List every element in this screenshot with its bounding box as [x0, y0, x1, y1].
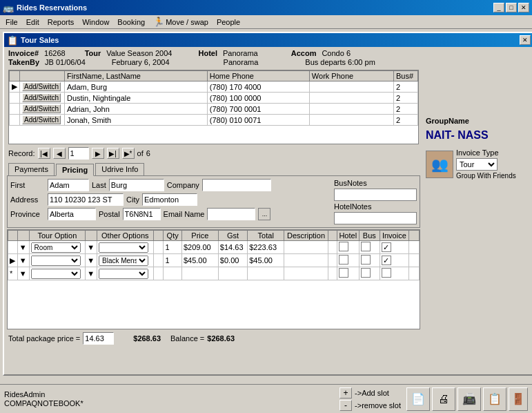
- invoice-label: Invoice#: [8, 49, 39, 57]
- address-label: Address: [10, 195, 45, 204]
- busnotes-input[interactable]: [334, 189, 417, 201]
- menu-reports[interactable]: Reports: [43, 17, 79, 28]
- table-row: Add/Switch Dustin, Nightingale (780) 100…: [10, 93, 418, 104]
- row1-hotel-check[interactable]: [339, 242, 348, 251]
- nav-prev[interactable]: ◀: [53, 148, 66, 159]
- add-switch-btn-2[interactable]: Add/Switch: [22, 93, 61, 102]
- province-input[interactable]: [48, 208, 96, 220]
- add-slot-btn[interactable]: +: [339, 387, 352, 398]
- row2-hotel-check[interactable]: [339, 255, 348, 265]
- data-table-section: FirstName, LastName Home Phone Work Phon…: [8, 70, 419, 144]
- total-row: Total package price = $268.63 Balance = …: [4, 331, 423, 346]
- row2-tour-option[interactable]: [31, 256, 81, 266]
- col-invoice: Invoice: [380, 231, 408, 241]
- hotelnotes-input[interactable]: [334, 212, 417, 224]
- email-input[interactable]: [207, 208, 255, 220]
- tab-udrive[interactable]: Udrive Info: [95, 163, 144, 175]
- row1-other-option[interactable]: [99, 242, 148, 253]
- row1-down-btn2[interactable]: ▼: [86, 241, 97, 254]
- passenger-name-1: Adam, Burg: [65, 81, 208, 93]
- maximize-button[interactable]: □: [506, 3, 517, 12]
- record-nav: Record: |◀ ◀ ▶ ▶| ▶* of 6: [4, 146, 423, 161]
- status-bar: RidesAdmin COMPAQNOTEBOOK* + ->Add slot …: [0, 384, 532, 413]
- row3-other-option[interactable]: [99, 269, 148, 279]
- toolbar-fax-btn[interactable]: 📠: [457, 387, 481, 411]
- nav-last[interactable]: ▶|: [107, 148, 119, 159]
- add-slot-label: ->Add slot: [355, 389, 389, 397]
- accom-value: Condo 6: [322, 49, 351, 57]
- tab-payments[interactable]: Payments: [8, 163, 55, 175]
- menu-people[interactable]: People: [213, 17, 244, 28]
- tabs-bar: Payments Pricing Udrive Info: [4, 161, 423, 175]
- row3-bus-check[interactable]: [361, 268, 371, 278]
- company-input[interactable]: [202, 179, 271, 191]
- row1-invoice-check[interactable]: ✓: [382, 242, 391, 252]
- row3-down-btn2[interactable]: ▼: [86, 267, 97, 280]
- toolbar-exit-btn[interactable]: 🚪: [509, 387, 528, 411]
- menu-window[interactable]: Window: [78, 17, 113, 28]
- toolbar-copy-btn[interactable]: 📋: [483, 387, 506, 411]
- row3-indicator: *: [8, 267, 18, 280]
- add-switch-btn-4[interactable]: Add/Switch: [22, 115, 61, 124]
- row1-qty: 1: [164, 241, 181, 254]
- close-button[interactable]: ✕: [518, 3, 529, 12]
- record-current[interactable]: [68, 147, 89, 160]
- nav-first[interactable]: |◀: [38, 148, 50, 159]
- passenger-home-1: (780) 170 4000: [207, 81, 309, 93]
- add-switch-btn-1[interactable]: Add/Switch: [22, 82, 61, 91]
- col-total: Total: [248, 231, 284, 241]
- invoice-type-select[interactable]: Tour: [456, 158, 497, 171]
- row-indicator: ▶: [10, 81, 20, 93]
- email-lookup-btn[interactable]: ...: [258, 208, 270, 220]
- row3-down-btn[interactable]: ▼: [17, 267, 29, 280]
- menu-move-swap[interactable]: 🏃 Move / swap: [149, 15, 213, 28]
- last-input[interactable]: [109, 179, 164, 191]
- first-input[interactable]: [48, 179, 89, 191]
- first-label: First: [10, 181, 45, 189]
- toolbar-print-btn[interactable]: 🖨: [432, 387, 455, 411]
- nav-new[interactable]: ▶*: [122, 148, 135, 159]
- status-left: RidesAdmin COMPAQNOTEBOOK*: [4, 390, 334, 407]
- nav-next[interactable]: ▶: [92, 148, 104, 159]
- row2-invoice-check[interactable]: ✓: [382, 256, 391, 265]
- row3-invoice-check[interactable]: [382, 268, 391, 278]
- menu-edit[interactable]: Edit: [22, 17, 43, 28]
- row1-tour-option[interactable]: Room: [31, 242, 81, 253]
- row2-bus-check[interactable]: [361, 255, 371, 265]
- postal-input[interactable]: [123, 208, 161, 220]
- row2-down-btn2[interactable]: ▼: [86, 254, 97, 267]
- total-gst-input[interactable]: [83, 332, 114, 345]
- remove-slot-btn[interactable]: -: [339, 400, 352, 411]
- right-panel: GroupName NAIT- NASS 👥 Invoice Type Tour…: [423, 68, 532, 346]
- pricing-form: First Last Company Address City: [7, 175, 420, 228]
- row1-down-btn[interactable]: ▼: [17, 241, 29, 254]
- passenger-home-4: (780) 010 0071: [207, 115, 309, 126]
- date-value: February 6, 2004: [112, 58, 170, 66]
- add-switch-btn-3[interactable]: Add/Switch: [22, 104, 61, 113]
- balance-label: Balance =: [170, 334, 204, 343]
- row3-tour-option[interactable]: [31, 269, 81, 279]
- tour-sales-titlebar: 📋 Tour Sales ✕: [4, 33, 532, 47]
- total-price-value: $268.63: [133, 334, 161, 343]
- col-work: Work Phone: [309, 71, 393, 81]
- toolbar-word-btn[interactable]: 📄: [406, 387, 430, 411]
- menu-booking[interactable]: Booking: [113, 17, 149, 28]
- header-info: Invoice# 16268 Tour Value Season 2004 Ho…: [4, 47, 532, 68]
- col-gst: Gst: [218, 231, 247, 241]
- passenger-home-2: (780) 100 0000: [207, 93, 309, 104]
- tab-pricing[interactable]: Pricing: [56, 164, 94, 176]
- city-input[interactable]: [142, 193, 197, 206]
- row3-hotel-check[interactable]: [339, 268, 348, 278]
- col-bus: Bus#: [394, 71, 418, 81]
- row1-bus-check[interactable]: [361, 242, 371, 251]
- row2-other-option[interactable]: Black Mens v: [99, 256, 148, 266]
- row2-down-btn[interactable]: ▼: [17, 254, 29, 267]
- tour-sales-close[interactable]: ✕: [520, 35, 531, 45]
- minimize-button[interactable]: _: [493, 3, 504, 12]
- busnotes-label: BusNotes: [334, 179, 417, 187]
- address-input[interactable]: [48, 193, 124, 206]
- takenby-label: TakenBy: [8, 58, 39, 66]
- menu-file[interactable]: File: [1, 17, 22, 28]
- passenger-name-3: Adrian, John: [65, 104, 208, 115]
- col-bus: Bus: [359, 231, 380, 241]
